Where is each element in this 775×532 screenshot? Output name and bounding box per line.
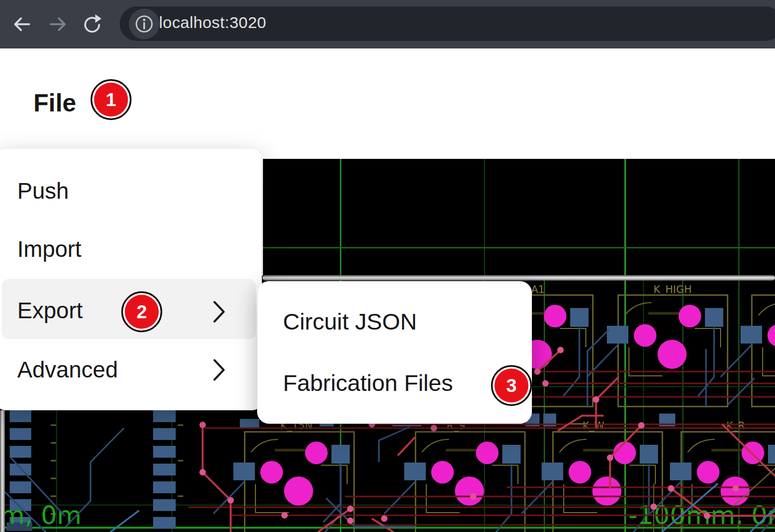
site-info-button[interactable]: [129, 9, 160, 39]
step-badge-number: 3: [506, 375, 516, 396]
menu-item-push[interactable]: Push: [17, 178, 69, 204]
reload-icon: [81, 29, 103, 37]
chevron-right-icon: [212, 358, 226, 382]
submenu-item-circuit-json[interactable]: Circuit JSON: [283, 309, 417, 335]
browser-toolbar: localhost:3020: [0, 0, 775, 48]
component-label: A1: [531, 283, 544, 295]
menu-item-advanced[interactable]: Advanced: [17, 357, 118, 383]
component-label: K_HIGH: [654, 283, 692, 296]
file-menu-button[interactable]: File: [33, 88, 76, 117]
step-badge-number: 1: [106, 89, 116, 110]
submenu-item-fabrication-files[interactable]: Fabrication Files: [283, 370, 453, 396]
back-icon: [11, 29, 33, 37]
back-button[interactable]: [11, 13, 33, 36]
export-submenu: [257, 281, 532, 424]
url-text[interactable]: localhost:3020: [159, 13, 266, 32]
step-badge-number: 2: [136, 301, 147, 323]
info-icon: [129, 32, 160, 41]
forward-icon: [46, 29, 69, 37]
chevron-right-icon: [212, 299, 226, 324]
canvas-divider-horizontal: [262, 275, 775, 281]
canvas-divider-vertical: [0, 410, 5, 532]
step-badge-1: 1: [91, 79, 132, 120]
component-label: K_W: [583, 419, 605, 432]
url-bar[interactable]: localhost:3020: [120, 6, 775, 41]
menu-item-import[interactable]: Import: [17, 236, 81, 262]
coordinate-label-bottom-left: m, 0m: [0, 500, 81, 530]
menu-item-export[interactable]: Export: [17, 298, 82, 324]
forward-button[interactable]: [46, 13, 69, 36]
step-badge-2: 2: [121, 291, 162, 332]
reload-button[interactable]: [81, 13, 103, 36]
step-badge-3: 3: [491, 365, 532, 406]
